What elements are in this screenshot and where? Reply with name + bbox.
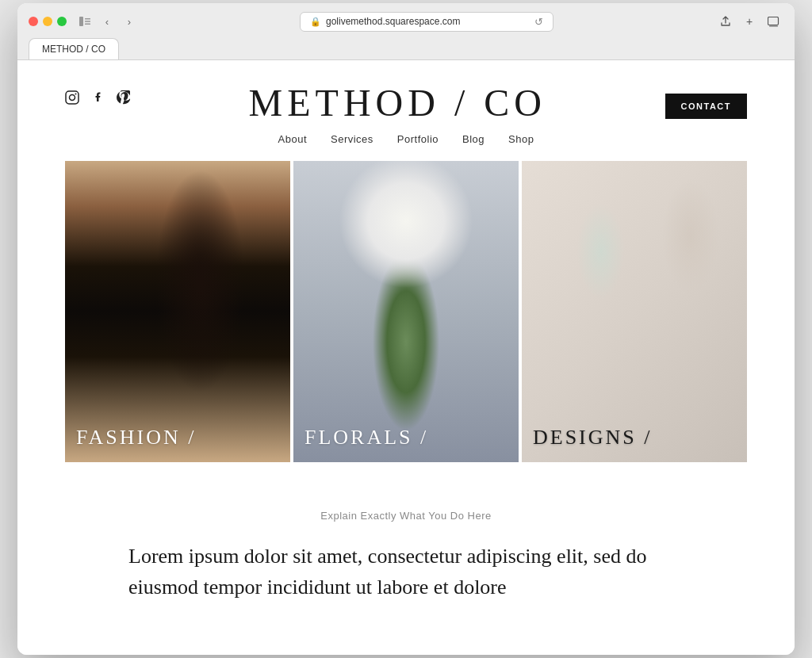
site-header: METHOD / CO CONTACT xyxy=(17,60,795,122)
svg-point-24 xyxy=(343,355,393,396)
svg-point-52 xyxy=(683,427,708,442)
fashion-image xyxy=(65,161,290,462)
svg-rect-2 xyxy=(85,21,90,22)
svg-rect-46 xyxy=(624,395,645,407)
svg-rect-55 xyxy=(683,428,708,431)
svg-point-12 xyxy=(147,284,235,387)
minimize-button[interactable] xyxy=(43,17,52,26)
svg-rect-6 xyxy=(66,91,79,104)
svg-point-26 xyxy=(390,197,422,252)
forward-button[interactable]: › xyxy=(121,13,138,30)
lock-icon: 🔒 xyxy=(310,17,321,27)
florals-image xyxy=(293,161,519,462)
traffic-lights xyxy=(29,17,67,26)
svg-point-30 xyxy=(392,210,420,239)
body-text: Lorem ipsum dolor sit amet, consectetur … xyxy=(128,541,684,603)
svg-rect-1 xyxy=(85,18,90,20)
svg-point-57 xyxy=(599,394,617,411)
site-nav: About Services Portfolio Blog Shop xyxy=(17,122,795,161)
facebook-icon[interactable] xyxy=(90,90,105,105)
site-title: METHOD / CO xyxy=(130,84,665,122)
svg-point-28 xyxy=(378,208,434,240)
nav-portfolio[interactable]: Portfolio xyxy=(397,133,439,145)
svg-rect-0 xyxy=(79,17,83,26)
svg-rect-11 xyxy=(155,367,187,430)
reload-icon[interactable]: ↺ xyxy=(534,16,543,28)
sidebar-toggle-button[interactable] xyxy=(76,13,94,30)
site-title-area: METHOD / CO xyxy=(130,84,665,122)
nav-services[interactable]: Services xyxy=(331,133,373,145)
svg-rect-47 xyxy=(629,389,640,396)
address-bar[interactable]: 🔒 golivemethod.squarespace.com ↺ xyxy=(300,12,553,32)
svg-point-40 xyxy=(587,365,682,377)
close-button[interactable] xyxy=(29,17,38,26)
contact-button[interactable]: CONTACT xyxy=(665,94,747,119)
svg-rect-32 xyxy=(384,403,427,420)
svg-point-8 xyxy=(75,94,77,95)
svg-rect-3 xyxy=(85,24,90,25)
svg-point-48 xyxy=(649,415,678,430)
fashion-label: FASHION / xyxy=(76,426,196,450)
svg-rect-4 xyxy=(768,17,778,25)
svg-point-29 xyxy=(375,193,437,255)
svg-rect-9 xyxy=(65,161,290,462)
pinterest-icon[interactable] xyxy=(116,90,130,105)
svg-point-16 xyxy=(145,358,148,362)
svg-rect-33 xyxy=(386,399,396,419)
windows-button[interactable] xyxy=(763,11,783,32)
svg-rect-34 xyxy=(398,397,408,419)
nav-shop[interactable]: Shop xyxy=(508,133,534,145)
svg-rect-39 xyxy=(612,375,657,391)
svg-point-53 xyxy=(683,425,708,436)
svg-point-50 xyxy=(649,408,678,421)
svg-point-54 xyxy=(683,421,708,432)
svg-rect-44 xyxy=(656,367,676,370)
share-button[interactable] xyxy=(715,11,736,32)
browser-controls: ‹ › xyxy=(76,13,138,30)
content-subtitle: Explain Exactly What You Do Here xyxy=(65,510,747,522)
svg-rect-31 xyxy=(378,395,434,427)
address-bar-container: 🔒 golivemethod.squarespace.com ↺ xyxy=(144,12,709,32)
svg-point-49 xyxy=(649,412,678,425)
instagram-icon[interactable] xyxy=(65,90,79,105)
browser-chrome: ‹ › 🔒 golivemethod.squarespace.com ↺ + xyxy=(17,3,795,60)
svg-rect-35 xyxy=(410,398,419,419)
back-button[interactable]: ‹ xyxy=(98,13,116,30)
new-tab-button[interactable]: + xyxy=(739,11,760,32)
contact-button-container: CONTACT xyxy=(665,84,747,119)
website-content: METHOD / CO CONTACT About Services Portf… xyxy=(17,60,795,655)
svg-rect-17 xyxy=(293,161,519,462)
gallery-item-fashion[interactable]: FASHION / xyxy=(65,161,290,462)
svg-rect-43 xyxy=(591,319,621,367)
svg-rect-41 xyxy=(591,264,621,367)
svg-point-27 xyxy=(375,193,437,255)
svg-rect-37 xyxy=(522,161,747,462)
browser-actions: + xyxy=(715,11,783,32)
designs-image xyxy=(522,161,747,462)
gallery-item-designs[interactable]: DESIGNS / xyxy=(522,161,747,462)
svg-point-13 xyxy=(142,332,158,354)
svg-rect-42 xyxy=(592,266,619,329)
fullscreen-button[interactable] xyxy=(57,17,67,26)
gallery: FASHION / xyxy=(65,161,747,462)
active-tab[interactable]: METHOD / CO xyxy=(29,38,119,59)
nav-about[interactable]: About xyxy=(278,133,307,145)
svg-line-22 xyxy=(380,319,406,367)
content-section: Explain Exactly What You Do Here Lorem i… xyxy=(17,462,795,634)
browser-window: ‹ › 🔒 golivemethod.squarespace.com ↺ + xyxy=(17,3,795,655)
gallery-item-florals[interactable]: FLORALS / xyxy=(293,161,519,462)
url-text: golivemethod.squarespace.com xyxy=(326,16,460,27)
svg-point-7 xyxy=(70,95,75,101)
florals-label: FLORALS / xyxy=(304,426,428,450)
svg-rect-36 xyxy=(421,400,429,418)
browser-tab-bar: METHOD / CO xyxy=(29,38,783,59)
svg-rect-51 xyxy=(649,416,678,419)
svg-point-25 xyxy=(416,382,462,415)
svg-point-56 xyxy=(596,390,621,415)
svg-point-45 xyxy=(612,392,657,421)
svg-line-23 xyxy=(406,351,431,395)
nav-blog[interactable]: Blog xyxy=(462,133,485,145)
social-icons xyxy=(65,84,130,105)
svg-point-14 xyxy=(139,352,161,374)
svg-point-15 xyxy=(144,357,156,369)
